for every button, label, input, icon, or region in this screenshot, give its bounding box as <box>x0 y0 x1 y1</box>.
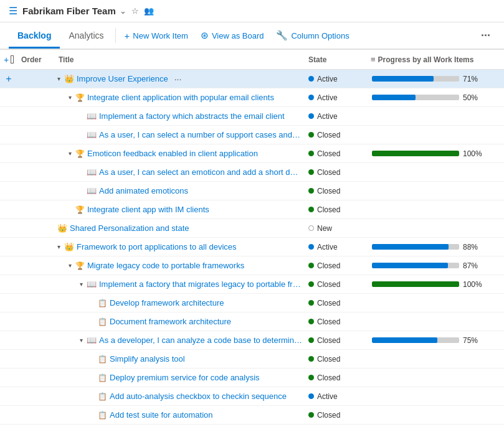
row-title: ▸📋Simplify analysis tool <box>55 354 305 364</box>
table-row: ▸📋Simplify analysis toolClosed <box>0 350 504 369</box>
row-expand-toggle[interactable]: + <box>0 73 17 85</box>
table-row: ▸📖As a user, I can select an emoticon an… <box>0 163 504 182</box>
state-text: Closed <box>317 149 340 158</box>
state-dot <box>308 188 314 194</box>
trophy-icon: 🏆 <box>75 205 85 214</box>
row-title: ▸📋Deploy premium service for code analys… <box>55 373 305 382</box>
table-row: 👑Shared Personalization and stateNew <box>0 219 504 238</box>
progress-bar-fill <box>372 244 449 250</box>
tab-backlog[interactable]: Backlog <box>9 24 60 49</box>
add-column-controls: + <box>0 55 17 65</box>
tab-analytics[interactable]: Analytics <box>60 24 112 49</box>
row-state: Closed <box>305 187 367 195</box>
table-row: ▸📋Document framework architectureClosed <box>0 312 504 331</box>
row-progress: 87% <box>367 261 504 270</box>
row-title: ▸📋Add test suite for automation <box>55 410 305 420</box>
new-work-item-button[interactable]: + New Work Item <box>118 27 194 45</box>
row-more-options[interactable]: ··· <box>174 74 182 84</box>
row-title-text[interactable]: As a developer, I can analyze a code bas… <box>99 336 302 345</box>
select-all-checkbox[interactable] <box>11 55 14 63</box>
state-dot <box>308 393 314 399</box>
table-row: ▾📖As a developer, I can analyze a code b… <box>0 331 504 350</box>
table-row: ▸🏆Integrate client app with IM clientsCl… <box>0 200 504 219</box>
row-title-text[interactable]: Deploy premium service for code analysis <box>110 373 260 382</box>
row-state: Closed <box>305 355 367 364</box>
row-title: ▾🏆Emoticon feedback enabled in client ap… <box>55 149 305 158</box>
state-text: Closed <box>317 261 340 270</box>
row-title-text[interactable]: Improve User Experience <box>77 74 168 83</box>
row-title-text[interactable]: Add test suite for automation <box>110 410 212 420</box>
progress-bar-fill <box>372 95 416 100</box>
state-dot <box>308 207 314 212</box>
row-state: Active <box>305 112 367 121</box>
crown-icon: 👑 <box>64 242 74 251</box>
state-dot <box>308 319 314 324</box>
state-text: Closed <box>317 299 340 308</box>
row-state: Active <box>305 392 367 401</box>
view-as-board-button[interactable]: ⊛ View as Board <box>194 26 270 45</box>
row-state: Closed <box>305 299 367 308</box>
row-title-text[interactable]: Framework to port applications to all de… <box>77 242 237 251</box>
progress-percentage: 87% <box>463 261 483 270</box>
row-title: 👑Shared Personalization and state <box>55 223 305 233</box>
row-title-text[interactable]: Integrate client app with IM clients <box>87 205 209 214</box>
chevron-down-icon[interactable]: ▾ <box>80 337 83 344</box>
row-title-text[interactable]: Add animated emoticons <box>99 186 188 195</box>
state-dot <box>308 263 314 268</box>
chevron-down-icon[interactable]: ▾ <box>80 281 83 288</box>
progress-bar-container <box>372 244 459 250</box>
table-row: ▸📋Add test suite for automationClosed <box>0 406 504 425</box>
state-text: Closed <box>317 373 340 382</box>
state-dot <box>308 281 314 287</box>
table-row: ▸📋Deploy premium service for code analys… <box>0 369 504 387</box>
people-icon[interactable]: 👥 <box>144 6 154 16</box>
chevron-down-icon[interactable]: ▾ <box>57 75 60 82</box>
book-icon: 📖 <box>87 336 97 345</box>
column-options-icon: 🔧 <box>276 30 288 41</box>
row-title-text[interactable]: Emoticon feedback enabled in client appl… <box>87 149 258 158</box>
column-options-button[interactable]: 🔧 Column Options <box>270 26 355 45</box>
chevron-down-icon[interactable]: ▾ <box>69 150 72 157</box>
header-icons: ⌄ ☆ 👥 <box>120 6 154 16</box>
state-dot <box>308 244 314 250</box>
trophy-icon: 🏆 <box>75 149 85 158</box>
state-dot <box>308 169 314 175</box>
row-title-text[interactable]: Integrate client application with popula… <box>87 93 274 102</box>
book-icon: 📖 <box>87 130 97 139</box>
row-title: ▾📖As a developer, I can analyze a code b… <box>55 336 305 345</box>
row-progress: 100% <box>367 149 504 158</box>
row-title-text[interactable]: Implement a factory that migrates legacy… <box>99 279 302 289</box>
chevron-down-icon[interactable]: ▾ <box>69 262 72 269</box>
row-title-text[interactable]: Add auto-analysis checkbox to checkin se… <box>110 392 287 401</box>
add-row-icon[interactable]: + <box>4 55 9 65</box>
new-work-item-label: New Work Item <box>133 31 188 40</box>
row-state: Closed <box>305 317 367 326</box>
task-icon: 📋 <box>98 392 107 401</box>
progress-bar-container <box>372 337 459 343</box>
task-icon: 📋 <box>98 411 107 420</box>
progress-percentage: 75% <box>463 336 483 345</box>
nav-bar: Backlog Analytics + New Work Item ⊛ View… <box>0 22 504 50</box>
state-text: Closed <box>317 336 340 345</box>
row-title-text[interactable]: Migrate legacy code to portable framewor… <box>87 261 244 270</box>
progress-bar-fill <box>372 281 459 287</box>
star-icon[interactable]: ☆ <box>131 6 139 16</box>
row-title-text[interactable]: Implement a factory which abstracts the … <box>99 111 285 121</box>
row-title-text[interactable]: As a user, I can select an emoticon and … <box>99 167 302 177</box>
row-title-text[interactable]: Shared Personalization and state <box>70 223 189 233</box>
row-title-text[interactable]: Simplify analysis tool <box>110 354 185 364</box>
chevron-down-icon[interactable]: ⌄ <box>120 6 126 16</box>
add-child-icon[interactable]: + <box>6 73 11 85</box>
row-title-text[interactable]: Develop framework architecture <box>110 298 224 308</box>
more-options-button[interactable]: ··· <box>476 26 495 46</box>
row-title-text[interactable]: As a user, I can select a number of supp… <box>99 130 302 139</box>
progress-percentage: 71% <box>463 75 483 83</box>
chevron-down-icon[interactable]: ▾ <box>57 243 60 250</box>
crown-icon: 👑 <box>57 223 67 233</box>
table-row: ▸📖Add animated emoticonsClosed <box>0 182 504 200</box>
row-title: ▸📖As a user, I can select an emoticon an… <box>55 167 305 177</box>
chevron-down-icon[interactable]: ▾ <box>69 94 72 101</box>
row-state: Closed <box>305 336 367 345</box>
row-title-text[interactable]: Document framework architecture <box>110 317 231 326</box>
table-row: ▾🏆Integrate client application with popu… <box>0 88 504 107</box>
